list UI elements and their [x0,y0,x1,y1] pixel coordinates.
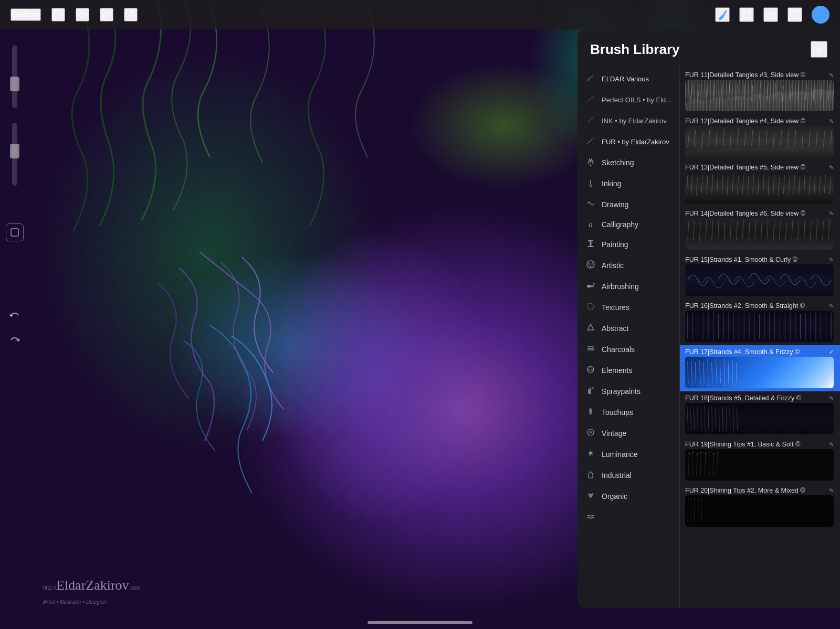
wrench-button[interactable] [51,8,65,22]
svg-line-90 [722,407,723,431]
svg-line-101 [713,454,714,475]
undo-button[interactable] [9,311,20,325]
toolbar-right [715,6,830,24]
sidebar-item-sketching[interactable]: Sketching [578,152,679,173]
svg-line-97 [696,454,697,475]
svg-point-120 [701,497,702,498]
paint-button[interactable] [100,8,113,22]
svg-line-74 [716,360,717,385]
svg-line-78 [732,360,733,385]
category-label: FUR • by EldarZakirov [602,138,669,146]
brush-name: FUR 12|Detailed Tangles #4, Side view © [685,118,805,125]
brush-item-fur16[interactable]: FUR 16|Strands #2, Smooth & Straight © ✎ [680,299,840,345]
sidebar-item-charcoals[interactable]: Charcoals [578,339,679,360]
svg-line-79 [737,363,737,382]
brush-edit-icon: ✎ [829,210,834,217]
sidebar-item-perfect-oils[interactable]: Perfect OILS • by Eld... [578,89,679,110]
brush-item-fur17[interactable]: FUR 17|Strands #4, Smooth & Frizzy © ✓ [680,345,840,391]
sidebar-item-inking[interactable]: Inking [578,173,679,194]
size-slider-thumb[interactable] [10,77,19,91]
feather-3-icon [585,115,596,126]
layers-button[interactable] [788,7,802,22]
svg-line-72 [708,359,708,386]
category-label: Airbrushing [602,282,639,291]
pen-tool-button[interactable] [715,7,730,22]
airbrushing-icon [585,281,596,292]
redo-button[interactable] [9,335,20,349]
svg-rect-17 [590,241,592,246]
svg-rect-24 [591,285,594,287]
brush-item-fur19[interactable]: FUR 19|Shining Tips #1, Basic & Soft © ✎ [680,438,840,484]
brush-name: FUR 14|Detailed Tangles #6, Side view © [685,210,805,217]
sidebar-item-drawing[interactable]: Drawing [578,194,679,215]
sidebar-item-abstract[interactable]: Abstract [578,318,679,339]
smudge-tool-button[interactable] [739,7,754,22]
brush-item-fur11[interactable]: FUR 11|Detailed Tangles #3, Side view © … [680,68,840,114]
painting-icon [585,239,596,250]
sidebar-item-organic[interactable]: Organic [578,486,679,507]
svg-point-106 [700,452,702,454]
sidebar-item-touchups[interactable]: Touchups [578,402,679,423]
svg-rect-16 [588,240,593,241]
svg-point-118 [694,498,695,499]
sidebar-item-luminance[interactable]: Luminance [578,444,679,465]
svg-point-108 [709,452,710,453]
avatar[interactable] [812,6,830,24]
category-label: Calligraphy [602,220,638,229]
vintage-icon [585,428,596,439]
sidebar-item-calligraphy[interactable]: a Calligraphy [578,215,679,234]
brush-item-fur15[interactable]: FUR 15|Strands #1, Smooth & Curly © ✎ [680,253,840,299]
sidebar-item-spraypaints[interactable]: Spraypaints [578,381,679,402]
brush-edit-icon: ✎ [829,118,834,125]
sidebar-item-eldar-various[interactable]: ELDAR Various [578,68,679,89]
category-label: Perfect OILS • by Eld... [602,96,671,104]
brush-preview [685,403,834,434]
sidebar-item-artistic[interactable]: Artistic [578,255,679,276]
svg-line-13 [587,140,592,144]
sidebar-item-vintage[interactable]: Vintage [578,423,679,444]
add-brush-button[interactable]: + [811,41,827,58]
svg-line-92 [730,408,730,430]
sidebar-item-fur[interactable]: FUR • by EldarZakirov [578,131,679,152]
sidebar-item-painting[interactable]: Painting [578,234,679,255]
sidebar-item-industrial[interactable]: Industrial [578,465,679,486]
svg-point-0 [80,12,85,17]
svg-line-91 [726,406,727,432]
brush-item-fur20[interactable]: FUR 20|Shining Tips #2, More & Mixed © ✎ [680,484,840,530]
opacity-slider-thumb[interactable] [10,144,19,158]
brush-name: FUR 17|Strands #4, Smooth & Frizzy © [685,348,800,356]
brush-preview [685,357,834,388]
sidebar-item-textures[interactable]: Textures [578,297,679,318]
color-swatch-button[interactable] [6,223,24,241]
sidebar-item-water[interactable] [578,507,679,528]
size-slider-track[interactable] [12,45,17,108]
adjust-button[interactable] [76,8,89,22]
brush-item-fur18[interactable]: FUR 18|Strands #5, Detailed & Frizzy © ✎ [680,391,840,438]
eraser-tool-button[interactable] [763,7,778,22]
category-label: Drawing [602,200,628,209]
sidebar-item-elements[interactable]: Elements [578,360,679,381]
arrow-button[interactable] [124,8,138,22]
brush-edit-icon: ✎ [829,164,834,171]
sidebar-item-airbrushing[interactable]: Airbrushing [578,276,679,297]
svg-point-22 [590,266,592,268]
brush-preview [685,172,834,204]
category-label: Touchups [602,408,633,417]
svg-line-113 [695,498,695,523]
brush-item-fur12[interactable]: FUR 12|Detailed Tangles #4, Side view © … [680,114,840,161]
category-label: Artistic [602,261,624,270]
brush-item-fur13[interactable]: FUR 13|Detailed Tangles #5, Side view © … [680,161,840,207]
brush-preview [685,311,834,342]
svg-point-103 [688,453,690,454]
gallery-button[interactable]: Gallery [10,8,41,21]
sidebar-item-ink[interactable]: INK • by EldarZakirov [578,110,679,131]
gallery-label: Gallery [12,9,40,20]
svg-point-104 [692,452,694,453]
svg-point-105 [697,453,698,455]
opacity-slider-track[interactable] [12,123,17,186]
color-icon [10,228,19,237]
brush-item-fur14[interactable]: FUR 14|Detailed Tangles #6, Side view © … [680,207,840,253]
svg-line-115 [701,498,702,523]
svg-line-114 [698,499,698,522]
svg-rect-34 [590,388,591,389]
